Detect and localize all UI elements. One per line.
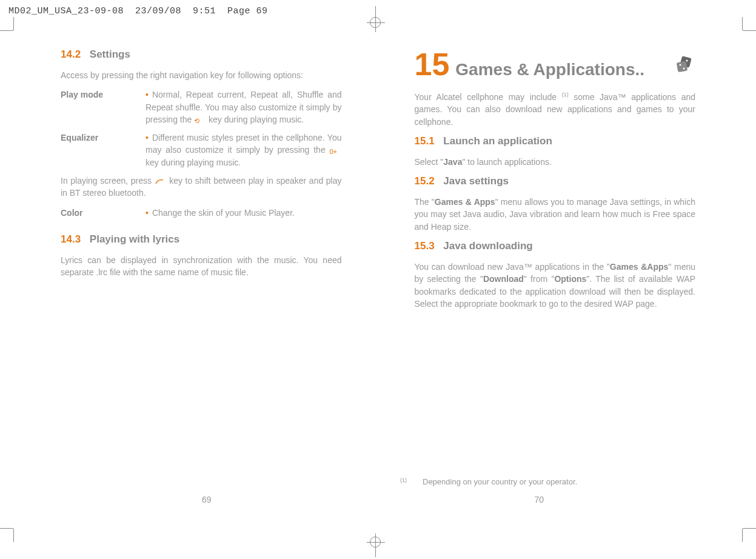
- playmode-term: Play mode: [61, 89, 146, 126]
- section-num: 15.1: [415, 135, 435, 147]
- playing-note: In playing screen, press key to shift be…: [61, 175, 342, 199]
- header-date: 23/09/08: [135, 6, 181, 16]
- section-15-3-head: 15.3 Java downloading: [415, 240, 696, 252]
- t153b2: Download: [483, 274, 524, 284]
- section-title: Settings: [90, 49, 130, 60]
- t153c: " from ": [524, 274, 555, 284]
- section-15-2-head: 15.2 Java settings: [415, 175, 696, 187]
- chapter-intro: Your Alcatel cellphone may include (1) s…: [415, 91, 696, 128]
- t152b1: Games & Apps: [435, 197, 495, 207]
- svg-rect-1: [677, 61, 688, 73]
- section-15-1-head: 15.1 Launch an application: [415, 135, 696, 147]
- footnote-text: Depending on your country or your operat…: [423, 477, 577, 486]
- bullet-icon: •: [146, 133, 149, 142]
- crop-mark-top-icon: [367, 12, 385, 30]
- intro-sup: (1): [562, 92, 569, 98]
- equalizer-desc: •Different music styles preset in the ce…: [146, 132, 342, 169]
- intro-a: Your Alcatel cellphone may include: [415, 92, 562, 102]
- right-page: 15 Games & Applications.. Your Alcatel c…: [378, 49, 757, 317]
- section-title: Java settings: [443, 175, 509, 187]
- playmode-desc-b: key during playing music.: [206, 115, 304, 124]
- equalizer-row: Equalizer •Different music styles preset…: [61, 132, 342, 169]
- playmode-desc: •Normal, Repeat current, Repeat all, Shu…: [146, 89, 342, 126]
- t151a: Select ": [415, 157, 444, 167]
- lyrics-text: Lyrics can be displayed in synchronizati…: [61, 254, 342, 279]
- section-title: Launch an application: [443, 135, 552, 147]
- t152a: The ": [415, 197, 435, 207]
- t151b: " to launch applications.: [462, 157, 551, 167]
- svg-point-2: [680, 64, 681, 66]
- header-time: 9:51: [193, 6, 216, 16]
- t153b1: Games &Apps: [610, 262, 669, 272]
- chapter-num: 15: [415, 49, 450, 80]
- section-title: Java downloading: [443, 240, 532, 252]
- right-page-number: 70: [534, 495, 544, 504]
- equalizer-desc-a: Different music styles preset in the cel…: [146, 133, 342, 155]
- text-15-2: The "Games & Apps" menu allows you to ma…: [415, 196, 696, 233]
- call-key-icon: [155, 178, 167, 185]
- left-page-number: 69: [202, 495, 212, 504]
- svg-point-4: [686, 60, 688, 62]
- left-page: 14.2 Settings Access by pressing the rig…: [0, 49, 378, 317]
- section-num: 14.2: [61, 49, 81, 60]
- section-num: 15.2: [415, 175, 435, 187]
- header-filename: MD02_UM_USA_23-09-08: [8, 6, 124, 16]
- section-num: 14.3: [61, 233, 81, 245]
- color-term: Color: [61, 207, 146, 219]
- t153b3: Options: [554, 274, 586, 284]
- playmode-row: Play mode •Normal, Repeat current, Repea…: [61, 89, 342, 126]
- equalizer-desc-b: key during playing music.: [146, 158, 241, 167]
- footnote: (1) Depending on your country or your op…: [400, 477, 577, 486]
- chapter-title: Games & Applications..: [455, 60, 644, 79]
- section-14-3-head: 14.3 Playing with lyrics: [61, 233, 342, 246]
- equalizer-term: Equalizer: [61, 132, 146, 169]
- chapter-15-head: 15 Games & Applications..: [415, 49, 696, 80]
- footnote-marker: (1): [400, 477, 407, 486]
- color-row: Color •Change the skin of your Music Pla…: [61, 207, 342, 219]
- playing-note-a: In playing screen, press: [61, 176, 155, 186]
- section-num: 15.3: [415, 240, 435, 252]
- dice-icon: [674, 53, 695, 75]
- t151bold: Java: [443, 157, 462, 167]
- hash-key-icon: ⟲: [194, 116, 206, 124]
- svg-point-3: [683, 68, 685, 70]
- crop-mark-bottom-icon: [367, 535, 385, 556]
- text-15-3: You can download new Java™ applications …: [415, 261, 696, 310]
- page-spread: 14.2 Settings Access by pressing the rig…: [0, 49, 756, 317]
- text-15-1: Select "Java" to launch applications.: [415, 156, 696, 168]
- intro-14-2: Access by pressing the right navigation …: [61, 69, 342, 81]
- header-page: Page 69: [227, 6, 268, 16]
- zero-key-icon: 0+: [330, 147, 342, 155]
- color-desc-text: Change the skin of your Music Player.: [152, 208, 295, 218]
- print-header: MD02_UM_USA_23-09-08 23/09/08 9:51 Page …: [8, 6, 268, 16]
- section-14-2-head: 14.2 Settings: [61, 49, 342, 61]
- bullet-icon: •: [146, 90, 149, 99]
- section-title: Playing with lyrics: [90, 233, 179, 245]
- color-desc: •Change the skin of your Music Player.: [146, 207, 342, 219]
- bullet-icon: •: [146, 208, 149, 218]
- t153a: You can download new Java™ applications …: [415, 262, 610, 272]
